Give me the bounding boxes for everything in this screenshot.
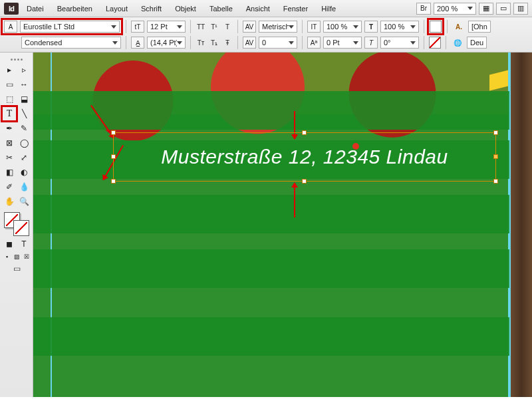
chevron-down-icon — [112, 41, 118, 45]
char-style-icon: A. — [452, 21, 466, 33]
text-frame-content[interactable]: Musterstraße 12, 12345 Lindau — [161, 146, 448, 168]
allcaps-icon[interactable]: TT — [196, 21, 206, 33]
selected-text-frame[interactable]: Musterstraße 12, 12345 Lindau — [113, 132, 496, 182]
view-options-button[interactable]: ▦ — [479, 3, 493, 15]
menu-objekt[interactable]: Objekt — [170, 3, 201, 15]
chevron-down-icon — [467, 7, 473, 10]
apply-solid[interactable]: ▪ — [3, 252, 11, 261]
chevron-down-icon — [410, 25, 416, 29]
tools-panel: ▸ ▹ ▭ ↔ ⬚ ⬓ T ╲ ✒ ✎ ⊠ ◯ ✂ ⤢ ◧ ◐ ✐ 💧 ✋ 🔍 … — [0, 53, 33, 397]
character-formatting-icon[interactable]: A — [4, 21, 17, 33]
selection-tool[interactable]: ▸ — [3, 63, 16, 76]
screen-mode-button[interactable]: ▭ — [496, 3, 511, 15]
chevron-down-icon — [353, 41, 358, 45]
zoom-field[interactable]: 200 % — [434, 3, 476, 15]
chevron-down-icon — [353, 25, 358, 29]
menu-layout[interactable]: Layout — [100, 3, 133, 15]
formatting-text-button[interactable]: T — [17, 237, 31, 251]
gradient-feather-tool[interactable]: ◐ — [17, 166, 31, 179]
zoom-tool[interactable]: 🔍 — [17, 195, 31, 208]
menu-hilfe[interactable]: Hilfe — [316, 3, 341, 15]
scissors-tool[interactable]: ✂ — [3, 151, 16, 164]
menu-datei[interactable]: Datei — [21, 3, 49, 15]
stroke-color-swatch[interactable] — [429, 37, 441, 49]
arrange-button[interactable]: ▥ — [513, 3, 528, 15]
apply-none[interactable]: ☒ — [22, 252, 31, 261]
eyedropper-tool[interactable]: 💧 — [17, 180, 31, 194]
char-style-value: [Ohn — [471, 23, 487, 31]
vertical-scale-value: 100 % — [327, 23, 347, 31]
page-tool[interactable]: ▭ — [3, 78, 16, 91]
font-style-field[interactable]: Condensed — [21, 37, 121, 49]
chevron-down-icon — [177, 41, 182, 45]
language-field[interactable]: Deut — [467, 37, 487, 49]
chevron-down-icon — [111, 25, 116, 29]
horizontal-scale-field[interactable]: 100 % — [380, 21, 419, 33]
hand-tool[interactable]: ✋ — [3, 195, 16, 208]
kerning-field[interactable]: Metrisch — [259, 21, 297, 33]
handle-top-left[interactable] — [111, 130, 116, 135]
panel-grip[interactable] — [3, 57, 31, 62]
vertical-scale-field[interactable]: 100 % — [323, 21, 362, 33]
smallcaps-icon[interactable]: Tт — [196, 37, 206, 49]
annotation-arrow-bottom — [294, 183, 295, 217]
pencil-tool[interactable]: ✎ — [17, 122, 31, 135]
language-icon: 🌐 — [451, 37, 464, 49]
pen-tool[interactable]: ✒ — [3, 122, 16, 135]
zoom-value: 200 % — [437, 5, 458, 13]
menu-ansicht[interactable]: Ansicht — [241, 3, 275, 15]
handle-bottom-left[interactable] — [111, 179, 116, 184]
apply-gradient[interactable]: ▨ — [13, 252, 21, 261]
note-tool[interactable]: ✐ — [3, 180, 16, 194]
ellipse-frame-tool[interactable]: ◯ — [17, 136, 31, 150]
gradient-swatch-tool[interactable]: ◧ — [3, 166, 16, 179]
rectangle-frame-tool[interactable]: ⊠ — [3, 136, 16, 150]
baseline-shift-field[interactable]: 0 Pt — [323, 37, 362, 49]
vertical-scale-icon: IT — [307, 21, 321, 33]
handle-mid-left[interactable] — [111, 154, 116, 159]
stroke-proxy[interactable] — [13, 220, 29, 236]
kerning-icon: A͏V — [243, 21, 256, 33]
strikethrough-icon[interactable]: Ŧ — [222, 37, 233, 49]
subscript-icon[interactable]: T₁ — [209, 37, 219, 49]
fill-color-swatch[interactable] — [430, 21, 442, 33]
handle-bottom-right[interactable] — [493, 179, 498, 184]
content-collector-tool[interactable]: ⬚ — [3, 92, 16, 106]
fill-stroke-proxy[interactable] — [3, 212, 31, 236]
menu-schrift[interactable]: Schrift — [136, 3, 167, 15]
view-mode-normal[interactable]: ▭ — [3, 262, 31, 275]
document-canvas[interactable]: Musterstraße 12, 12345 Lindau — [33, 53, 532, 397]
free-transform-tool[interactable]: ⤢ — [17, 151, 31, 164]
handle-top-mid[interactable] — [302, 130, 307, 135]
apply-color-button[interactable]: ◼ — [3, 237, 16, 251]
content-placer-tool[interactable]: ⬓ — [17, 92, 31, 106]
font-size-field[interactable]: 12 Pt — [147, 21, 186, 33]
menu-fenster[interactable]: Fenster — [278, 3, 313, 15]
handle-bottom-mid[interactable] — [302, 179, 307, 184]
tracking-field[interactable]: 0 — [259, 37, 297, 49]
gap-tool[interactable]: ↔ — [17, 78, 31, 91]
skew-icon: T — [364, 37, 378, 49]
horizontal-scale-icon: T — [364, 21, 378, 33]
skew-value: 0° — [384, 39, 391, 47]
superscript-icon[interactable]: T¹ — [209, 21, 219, 33]
char-style-field[interactable]: [Ohn — [468, 21, 491, 33]
leading-icon: A̲ — [131, 37, 144, 49]
chevron-down-icon — [289, 41, 294, 45]
green-band-3 — [33, 195, 509, 233]
bridge-button[interactable]: Br — [416, 3, 431, 15]
line-tool[interactable]: ╲ — [17, 107, 31, 120]
handle-out-port[interactable] — [493, 154, 498, 159]
menu-bearbeiten[interactable]: Bearbeiten — [52, 3, 98, 15]
font-style-value: Condensed — [25, 39, 62, 47]
leading-field[interactable]: (14,4 Pt) — [147, 37, 186, 49]
type-tool[interactable]: T — [3, 107, 16, 120]
font-family-field[interactable]: Eurostile LT Std — [20, 21, 120, 33]
menu-tabelle[interactable]: Tabelle — [204, 3, 238, 15]
baseline-shift-value: 0 Pt — [327, 39, 340, 47]
direct-selection-tool[interactable]: ▹ — [17, 63, 31, 76]
underline-icon[interactable]: T — [222, 21, 233, 33]
handle-top-right[interactable] — [493, 130, 498, 135]
menu-bar: Id Datei Bearbeiten Layout Schrift Objek… — [0, 0, 532, 17]
skew-field[interactable]: 0° — [380, 37, 419, 49]
